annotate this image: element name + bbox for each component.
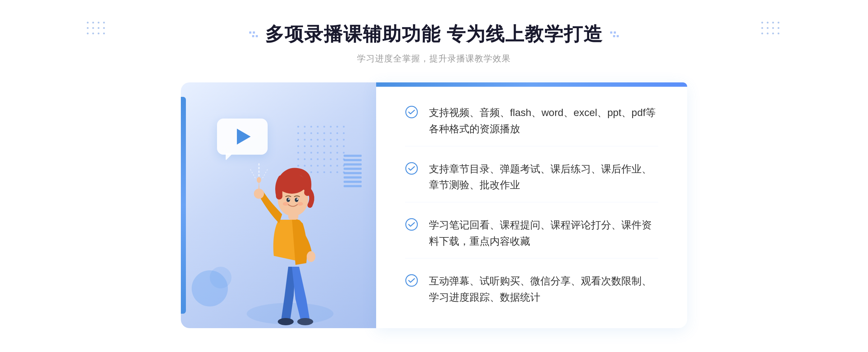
svg-point-5 — [307, 251, 315, 262]
feature-item-4: 互动弹幕、试听购买、微信分享、观看次数限制、学习进度跟踪、数据统计 — [405, 265, 658, 314]
svg-point-1 — [278, 318, 294, 325]
feature-text-1: 支持视频、音频、flash、word、excel、ppt、pdf等各种格式的资源… — [429, 105, 658, 137]
svg-point-10 — [295, 198, 298, 202]
features-panel: 支持视频、音频、flash、word、excel、ppt、pdf等各种格式的资源… — [376, 82, 687, 328]
page-container: 多项录播课辅助功能 专为线上教学打造 学习进度全掌握，提升录播课教学效果 › › — [0, 0, 868, 352]
check-icon-1 — [405, 106, 418, 119]
feature-item-3: 学习笔记回看、课程提问、课程评论打分、课件资料下载，重点内容收藏 — [405, 209, 658, 259]
blue-bar-decoration — [181, 97, 186, 314]
corner-dots-top-left — [87, 22, 107, 36]
svg-point-21 — [406, 275, 417, 286]
svg-point-9 — [286, 198, 290, 202]
feature-item-2: 支持章节目录、弹题考试、课后练习、课后作业、章节测验、批改作业 — [405, 153, 658, 203]
svg-line-16 — [250, 169, 255, 178]
svg-point-18 — [406, 106, 417, 118]
character-illustration — [232, 140, 348, 328]
svg-point-19 — [406, 163, 417, 174]
svg-point-14 — [297, 202, 303, 206]
svg-point-13 — [283, 202, 289, 206]
feature-text-3: 学习笔记回看、课程提问、课程评论打分、课件资料下载，重点内容收藏 — [429, 217, 658, 250]
svg-point-12 — [297, 198, 298, 200]
title-row: 多项录播课辅助功能 专为线上教学打造 — [249, 22, 619, 47]
check-icon-3 — [405, 218, 418, 231]
features-top-accent — [376, 82, 687, 87]
svg-point-20 — [406, 219, 417, 230]
svg-line-17 — [263, 169, 268, 178]
content-area: › › — [181, 82, 687, 328]
svg-point-11 — [288, 198, 290, 200]
svg-point-8 — [277, 173, 306, 194]
subtitle: 学习进度全掌握，提升录播课教学效果 — [249, 53, 619, 64]
main-title: 多项录播课辅助功能 专为线上教学打造 — [265, 22, 603, 47]
check-icon-4 — [405, 274, 418, 287]
check-icon-2 — [405, 162, 418, 175]
feature-text-2: 支持章节目录、弹题考试、课后练习、课后作业、章节测验、批改作业 — [429, 161, 658, 194]
title-decoration-left — [249, 31, 258, 37]
feature-text-4: 互动弹幕、试听购买、微信分享、观看次数限制、学习进度跟踪、数据统计 — [429, 273, 658, 306]
title-decoration-right — [610, 31, 619, 37]
feature-item-1: 支持视频、音频、flash、word、excel、ppt、pdf等各种格式的资源… — [405, 96, 658, 146]
svg-point-4 — [257, 177, 261, 183]
header-section: 多项录播课辅助功能 专为线上教学打造 学习进度全掌握，提升录播课教学效果 — [249, 22, 619, 64]
corner-dots-top-right — [761, 22, 781, 36]
deco-circle-small — [210, 267, 231, 288]
svg-point-2 — [297, 318, 313, 325]
illustration-panel — [181, 82, 376, 328]
